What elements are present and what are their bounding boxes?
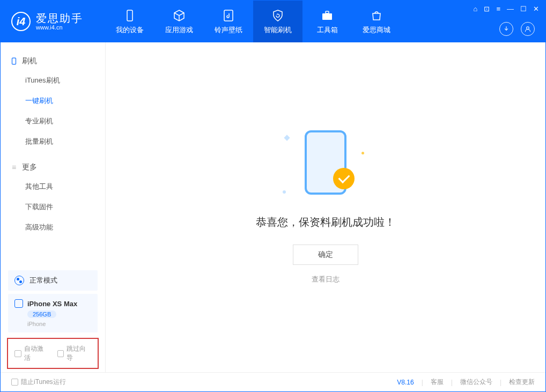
ok-button[interactable]: 确定 xyxy=(293,245,358,265)
nav-store[interactable]: 爱思商城 xyxy=(352,1,401,42)
svg-rect-5 xyxy=(12,58,16,64)
footer: 阻止iTunes运行 V8.16 | 客服 | 微信公众号 | 检查更新 xyxy=(1,372,545,391)
nav-my-device[interactable]: 我的设备 xyxy=(105,1,154,42)
header-right-buttons xyxy=(499,22,535,36)
checkbox-icon xyxy=(14,350,21,357)
device-type: iPhone xyxy=(27,321,91,327)
checkbox-icon xyxy=(57,350,64,357)
sidebar-item-batch-flash[interactable]: 批量刷机 xyxy=(1,131,105,152)
sidebar-item-pro-flash[interactable]: 专业刷机 xyxy=(1,111,105,131)
svg-rect-2 xyxy=(322,13,332,20)
sidebar-section-more[interactable]: ≡ 更多 xyxy=(1,158,105,176)
menu-icon[interactable]: ≡ xyxy=(496,5,500,13)
success-illustration xyxy=(283,130,368,200)
checkbox-skip-guide[interactable]: 跳过向导 xyxy=(57,344,92,363)
footer-link-wechat[interactable]: 微信公众号 xyxy=(460,378,492,387)
checkbox-block-itunes[interactable]: 阻止iTunes运行 xyxy=(11,378,66,387)
svg-point-4 xyxy=(527,27,529,29)
main-content: 恭喜您，保资料刷机成功啦！ 确定 查看日志 xyxy=(106,42,545,372)
window-controls-top: ⌂ ⊡ ≡ — ☐ ✕ xyxy=(474,5,539,13)
shirt-icon[interactable]: ⌂ xyxy=(474,5,478,13)
options-row: 自动激活 跳过向导 xyxy=(7,338,99,369)
nav-toolbox[interactable]: 工具箱 xyxy=(302,1,352,42)
shield-refresh-icon xyxy=(271,9,285,23)
app-url: www.i4.cn xyxy=(36,24,83,31)
mode-label: 正常模式 xyxy=(29,276,57,285)
mode-icon xyxy=(14,276,24,285)
cube-icon xyxy=(172,9,186,23)
briefcase-icon xyxy=(320,9,334,23)
svg-rect-1 xyxy=(224,10,233,21)
success-message: 恭喜您，保资料刷机成功啦！ xyxy=(256,215,395,230)
version-label: V8.16 xyxy=(397,379,414,386)
list-icon: ≡ xyxy=(10,164,18,171)
sidebar-item-advanced[interactable]: 高级功能 xyxy=(1,217,105,238)
sidebar-item-other-tools[interactable]: 其他工具 xyxy=(1,176,105,197)
sidebar: 刷机 iTunes刷机 一键刷机 专业刷机 批量刷机 ≡ 更多 其他工具 下载固… xyxy=(1,42,106,372)
check-badge-icon xyxy=(333,168,355,189)
sidebar-item-download-firmware[interactable]: 下载固件 xyxy=(1,197,105,217)
nav-flash[interactable]: 智能刷机 xyxy=(253,1,302,42)
device-name: iPhone XS Max xyxy=(27,300,77,308)
checkbox-auto-activate[interactable]: 自动激活 xyxy=(14,344,49,363)
close-button[interactable]: ✕ xyxy=(533,5,539,13)
footer-link-support[interactable]: 客服 xyxy=(431,378,444,387)
device-icon xyxy=(123,9,137,23)
device-capacity: 256GB xyxy=(27,310,56,318)
app-title: 爱思助手 xyxy=(36,12,83,24)
minimize-button[interactable]: — xyxy=(507,5,514,13)
maximize-button[interactable]: ☐ xyxy=(520,5,527,13)
user-button[interactable] xyxy=(521,22,535,36)
nav-ringtones[interactable]: 铃声壁纸 xyxy=(204,1,253,42)
logo-icon: i4 xyxy=(11,12,31,31)
sidebar-item-one-click-flash[interactable]: 一键刷机 xyxy=(1,91,105,111)
sidebar-section-flash[interactable]: 刷机 xyxy=(1,52,105,70)
device-card[interactable]: iPhone XS Max 256GB iPhone xyxy=(8,294,98,332)
header: i4 爱思助手 www.i4.cn 我的设备 应用游戏 铃声壁纸 智能刷机 工具… xyxy=(1,1,545,42)
phone-icon xyxy=(10,57,18,65)
checkbox-icon xyxy=(11,379,18,386)
nav-tabs: 我的设备 应用游戏 铃声壁纸 智能刷机 工具箱 爱思商城 xyxy=(105,1,401,42)
lock-icon[interactable]: ⊡ xyxy=(484,5,490,13)
device-phone-icon xyxy=(14,299,23,308)
music-file-icon xyxy=(222,9,235,23)
bag-icon xyxy=(370,9,383,23)
logo[interactable]: i4 爱思助手 www.i4.cn xyxy=(11,12,105,31)
sidebar-item-itunes-flash[interactable]: iTunes刷机 xyxy=(1,70,105,91)
svg-rect-3 xyxy=(326,11,329,13)
mode-card[interactable]: 正常模式 xyxy=(8,270,98,291)
svg-rect-0 xyxy=(127,10,132,21)
nav-apps[interactable]: 应用游戏 xyxy=(154,1,204,42)
footer-link-update[interactable]: 检查更新 xyxy=(509,378,535,387)
view-log-link[interactable]: 查看日志 xyxy=(312,275,340,284)
download-button[interactable] xyxy=(499,22,513,36)
